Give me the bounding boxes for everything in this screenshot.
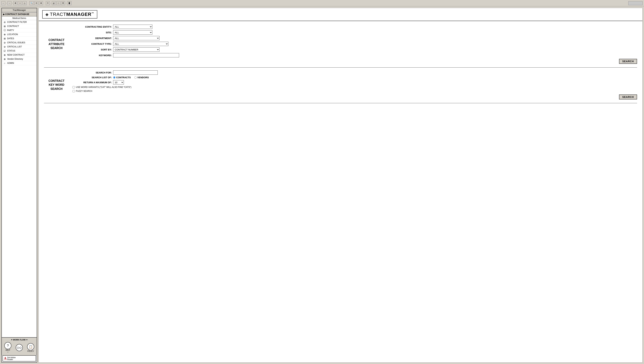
- contracts-radio[interactable]: [113, 76, 116, 78]
- admin-icon: ○: [3, 62, 6, 64]
- search-list-radio-group: CONTRACTS VENDORS: [113, 76, 149, 79]
- word-variants-label[interactable]: USE WORD VARIANTS ("CAT" WILL ALSO FIND …: [72, 86, 637, 88]
- help-label: HELP: [6, 349, 10, 351]
- site-label: SITE:: [72, 31, 112, 34]
- sidebar-item-contract[interactable]: ⊞ CONTRACT: [2, 24, 37, 28]
- sidebar-item-admin[interactable]: ○ ADMIN: [2, 61, 37, 65]
- tm-name: TRACTMANAGER™: [50, 12, 94, 17]
- toolbar-dot4: ·: [66, 2, 66, 4]
- max-select[interactable]: 10 25 50 100: [113, 80, 124, 84]
- search-for-input[interactable]: [113, 70, 158, 75]
- adobe-text: Get Adobe Reader: [7, 356, 16, 360]
- workflow-policy[interactable]: 📋 POLICY: [27, 343, 34, 352]
- vendors-radio[interactable]: [134, 76, 137, 78]
- contract-type-row: CONTRACT TYPE: ALL: [72, 42, 637, 46]
- contract-icon: ⊞: [3, 25, 6, 28]
- fuzzy-search-checkbox[interactable]: [72, 90, 75, 92]
- location-icon: ⊕: [3, 33, 6, 36]
- search-for-label: SEARCH FOR:: [72, 71, 112, 74]
- policy-label: POLICY: [28, 350, 34, 352]
- department-select[interactable]: ALL: [113, 36, 160, 40]
- contract-keyword-form: SEARCH FOR: SEARCH LIST OF: CONTRACTS: [72, 70, 637, 100]
- attribute-search-button[interactable]: SEARCH: [619, 59, 637, 64]
- sort-by-select[interactable]: CONTRACT NUMBER: [113, 48, 160, 52]
- device-button[interactable]: 📱: [67, 1, 72, 5]
- contracting-entity-label: CONTRACTING ENTITY:: [72, 26, 112, 28]
- print-button[interactable]: 🖨: [52, 1, 56, 5]
- vendors-radio-label[interactable]: VENDORS: [134, 76, 149, 79]
- db-icon: ◆: [3, 13, 4, 16]
- dates-icon: ⊞: [3, 37, 6, 40]
- favorites-button[interactable]: ⊙: [34, 1, 38, 5]
- list-button[interactable]: ☰: [61, 1, 65, 5]
- contract-attribute-section: CONTRACTATTRIBUTESEARCH CONTRACTING ENTI…: [44, 24, 637, 64]
- diamond-icon: ◇◇: [16, 344, 23, 351]
- sidebar-item-location[interactable]: ⊕ LOCATION: [2, 32, 37, 36]
- sidebar-item-contract-filter[interactable]: ⊘ CONTRACT FILTER: [2, 20, 37, 24]
- critical-issues-icon: ⊘: [3, 41, 6, 44]
- contracting-entity-row: CONTRACTING ENTITY: ALL: [72, 24, 637, 29]
- edit-button[interactable]: ✏: [46, 1, 50, 5]
- policy-icon: 📋: [27, 343, 34, 350]
- tm-header: ◆ TRACTMANAGER™: [39, 8, 642, 21]
- critical-list-icon: ⊘: [3, 45, 6, 48]
- contracts-radio-label[interactable]: CONTRACTS: [113, 76, 131, 79]
- db-label: CONTRACT DATABASE: [5, 13, 30, 16]
- max-input-group: 10 25 50 100: [113, 80, 124, 84]
- mail-button[interactable]: □: [56, 1, 60, 5]
- search-list-label: SEARCH LIST OF:: [72, 76, 112, 79]
- forward-button[interactable]: →: [8, 1, 12, 5]
- help-circle-bottom: ○: [7, 351, 8, 353]
- search-toolbar-button[interactable]: 🔍: [30, 1, 34, 5]
- nav-label: CRITICAL LIST: [7, 46, 22, 48]
- adobe-label1: Get Adobe: [7, 356, 16, 358]
- workflow-diamond[interactable]: ◇◇: [16, 344, 23, 351]
- help-icon: ?: [4, 342, 12, 349]
- word-variants-checkbox[interactable]: [72, 86, 75, 88]
- contract-attribute-form: CONTRACTING ENTITY: ALL SITE: ALL DEPART…: [72, 24, 637, 64]
- sidebar-nav: ⊘ CONTRACT FILTER ⊞ CONTRACT ⓘ PARTY ⊕ L…: [2, 20, 37, 337]
- sidebar-item-party[interactable]: ⓘ PARTY: [2, 28, 37, 32]
- nav-label: PARTY: [7, 29, 14, 32]
- sidebar-item-critical-list[interactable]: ⊘ CRITICAL LIST: [2, 45, 37, 49]
- contract-keyword-section: CONTRACTKEY WORDSEARCH SEARCH FOR: SEARC…: [44, 70, 637, 100]
- stop-button[interactable]: ⊗: [13, 1, 17, 5]
- contracting-entity-select[interactable]: ALL: [113, 24, 152, 29]
- adobe-reader-box[interactable]: A Get Adobe Reader: [2, 355, 36, 362]
- fuzzy-search-label[interactable]: FUZZY SEARCH: [72, 90, 637, 92]
- up-button[interactable]: △: [23, 1, 26, 5]
- word-variants-text: USE WORD VARIANTS ("CAT" WILL ALSO FIND …: [76, 86, 131, 88]
- tm-anager: ANAGER: [70, 12, 92, 17]
- workflow-title: ✦ WORK FLOW ✦: [2, 339, 36, 341]
- keyword-search-button[interactable]: SEARCH: [619, 94, 637, 100]
- corner-box: [628, 1, 642, 5]
- sidebar-item-dates[interactable]: ⊞ DATES: [2, 36, 37, 41]
- nav-label: STATUS: [7, 50, 15, 52]
- sidebar-item-status[interactable]: ☑ STATUS: [2, 49, 37, 53]
- workflow-help[interactable]: ? HELP ○: [4, 342, 12, 353]
- sidebar-title: TractManager: [2, 8, 37, 12]
- divider-2: [44, 103, 637, 103]
- toolbar-dot2: ·: [12, 2, 13, 4]
- sidebar-item-critical-issues[interactable]: ⊘ CRITICAL ISSUES: [2, 41, 37, 45]
- nav-label: Vendor Directory: [7, 58, 23, 60]
- sidebar-item-new-contract[interactable]: ⊗ NEW CONTRACT: [2, 53, 37, 57]
- contract-type-select[interactable]: ALL: [113, 42, 168, 46]
- toolbar-dot3: ·: [50, 2, 51, 4]
- search-for-row: SEARCH FOR:: [72, 70, 637, 75]
- sidebar-item-vendor-directory[interactable]: ⊕ Vendor Directory: [2, 57, 37, 61]
- status-icon: ☑: [3, 50, 6, 52]
- history-button[interactable]: ⊕: [39, 1, 43, 5]
- keyword-input[interactable]: [113, 53, 179, 58]
- nav-label: LOCATION: [7, 33, 18, 36]
- site-select[interactable]: ALL: [113, 30, 152, 34]
- nav-label: CONTRACT FILTER: [7, 21, 27, 23]
- adobe-icon: A: [4, 356, 6, 360]
- back-button[interactable]: ←: [2, 1, 5, 5]
- sidebar-db[interactable]: ◆ CONTRACT DATABASE: [2, 12, 37, 16]
- home-button[interactable]: □: [18, 1, 22, 5]
- content-area: ◆ TRACTMANAGER™ CONTRACTATTRIBUTESEARCH …: [38, 8, 642, 362]
- party-icon: ⓘ: [3, 29, 6, 32]
- sort-by-row: SORT BY: CONTRACT NUMBER: [72, 48, 637, 52]
- contracts-radio-text: CONTRACTS: [116, 76, 131, 79]
